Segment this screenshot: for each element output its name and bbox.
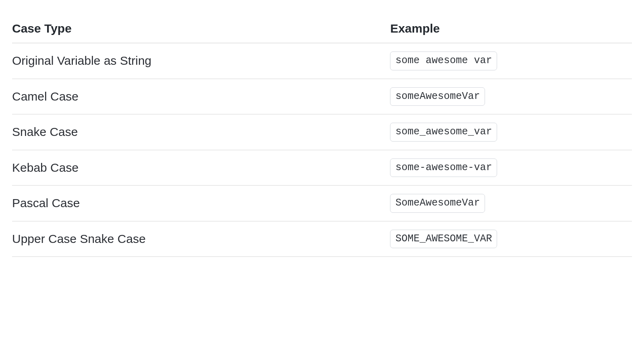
table-row: Snake Case some_awesome_var — [12, 114, 632, 150]
table-row: Pascal Case SomeAwesomeVar — [12, 185, 632, 221]
table-row: Upper Case Snake Case SOME_AWESOME_VAR — [12, 221, 632, 257]
case-type-label: Original Variable as String — [12, 43, 390, 79]
table-row: Original Variable as String some awesome… — [12, 43, 632, 79]
example-code: SomeAwesomeVar — [390, 194, 485, 213]
example-cell: someAwesomeVar — [390, 79, 632, 115]
case-type-label: Pascal Case — [12, 185, 390, 221]
example-cell: SOME_AWESOME_VAR — [390, 221, 632, 257]
header-case-type: Case Type — [12, 16, 390, 43]
case-type-label: Snake Case — [12, 114, 390, 150]
case-type-table: Case Type Example Original Variable as S… — [12, 16, 632, 257]
example-code: some_awesome_var — [390, 123, 497, 142]
example-cell: SomeAwesomeVar — [390, 185, 632, 221]
example-code: some-awesome-var — [390, 158, 497, 177]
example-code: someAwesomeVar — [390, 87, 485, 106]
example-cell: some awesome var — [390, 43, 632, 79]
example-cell: some-awesome-var — [390, 150, 632, 186]
table-row: Camel Case someAwesomeVar — [12, 79, 632, 115]
table-header-row: Case Type Example — [12, 16, 632, 43]
example-cell: some_awesome_var — [390, 114, 632, 150]
case-type-label: Kebab Case — [12, 150, 390, 186]
example-code: SOME_AWESOME_VAR — [390, 230, 497, 249]
table-row: Kebab Case some-awesome-var — [12, 150, 632, 186]
case-type-label: Upper Case Snake Case — [12, 221, 390, 257]
header-example: Example — [390, 16, 632, 43]
example-code: some awesome var — [390, 51, 497, 70]
case-type-label: Camel Case — [12, 79, 390, 115]
